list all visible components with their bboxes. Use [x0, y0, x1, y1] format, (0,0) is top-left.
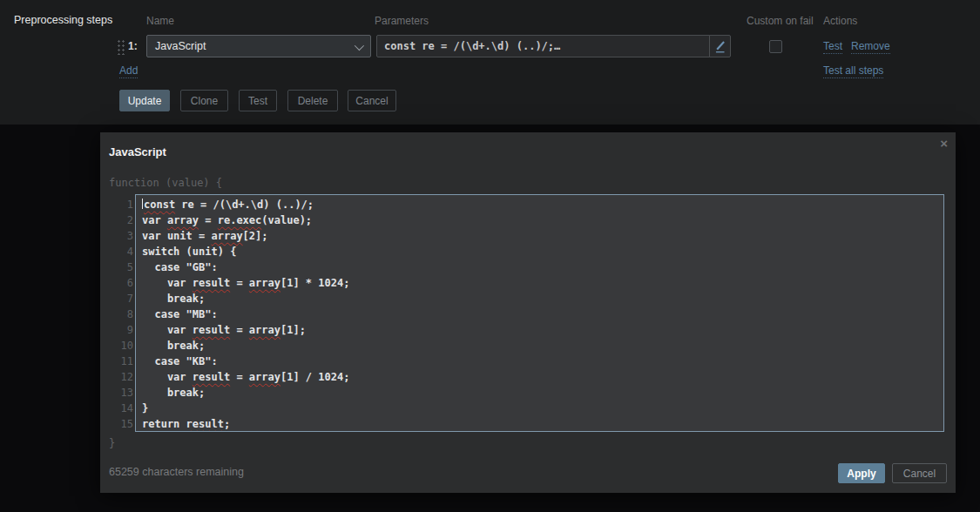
- code-line: switch (unit) {: [142, 244, 943, 259]
- code-line: var result = array[1] / 1024;: [142, 369, 943, 385]
- column-header-custom-on-fail: Custom on fail: [747, 15, 814, 27]
- code-line: }: [142, 401, 943, 416]
- action-test-link[interactable]: Test: [823, 40, 842, 54]
- misspelled-word: array: [167, 214, 199, 226]
- apply-button[interactable]: Apply: [838, 463, 885, 483]
- action-remove-link[interactable]: Remove: [851, 40, 890, 54]
- function-wrapper-close: }: [109, 437, 115, 449]
- column-header-parameters: Parameters: [375, 15, 429, 27]
- clone-button[interactable]: Clone: [180, 90, 228, 111]
- misspelled-word: array: [211, 230, 242, 242]
- column-header-name: Name: [146, 15, 174, 27]
- preprocessing-form: Preprocessing steps Name Parameters Cust…: [0, 0, 980, 125]
- misspelled-word: array: [249, 277, 280, 289]
- section-label: Preprocessing steps: [14, 14, 112, 26]
- update-button[interactable]: Update: [119, 90, 170, 111]
- misspelled-word: result: [193, 324, 230, 336]
- misspelled-word: result: [186, 418, 224, 430]
- javascript-editor-dialog: × JavaScript function (value) { 12345678…: [100, 132, 956, 493]
- misspelled-word: result: [193, 371, 230, 383]
- delete-button[interactable]: Delete: [287, 90, 338, 111]
- step-type-selected-value: JavaScript: [155, 40, 206, 52]
- test-all-steps-link[interactable]: Test all steps: [823, 64, 883, 78]
- code-line: break;: [142, 291, 943, 307]
- code-line: break;: [142, 338, 943, 354]
- edit-parameters-button[interactable]: [709, 35, 731, 57]
- close-icon[interactable]: ×: [940, 137, 948, 150]
- code-line: case "GB":: [142, 259, 943, 275]
- code-line: break;: [142, 385, 943, 401]
- line-number-gutter: 123456789101112131415: [107, 197, 133, 432]
- drag-handle-icon[interactable]: [117, 39, 125, 55]
- test-button[interactable]: Test: [239, 90, 277, 111]
- function-wrapper-open: function (value) {: [109, 177, 222, 189]
- parameters-input[interactable]: const re = /(\d+.\d) (..)/;…: [376, 35, 710, 57]
- misspelled-word: result: [193, 277, 230, 289]
- cancel-button[interactable]: Cancel: [348, 90, 396, 111]
- code-line: var array = re.exec(value);: [142, 212, 943, 228]
- code-line: const re = /(\d+.\d) (..)/;: [142, 197, 943, 212]
- code-line: case "MB":: [142, 307, 943, 322]
- misspelled-word: array: [249, 324, 280, 336]
- custom-on-fail-checkbox[interactable]: [769, 40, 782, 53]
- code-line: var unit = array[2];: [142, 228, 943, 244]
- misspelled-word: re.exec: [218, 214, 262, 226]
- chevron-down-icon: [355, 44, 362, 51]
- code-line: var result = array[1];: [142, 322, 943, 338]
- step-type-select[interactable]: JavaScript: [146, 35, 371, 57]
- misspelled-word: array: [249, 371, 280, 383]
- code-line: return result;: [142, 416, 943, 432]
- step-index-label: 1:: [128, 40, 138, 52]
- dialog-cancel-button[interactable]: Cancel: [892, 463, 947, 483]
- code-editor[interactable]: const re = /(\d+.\d) (..)/;var array = r…: [135, 194, 944, 432]
- code-line: case "KB":: [142, 354, 943, 369]
- dialog-title: JavaScript: [109, 145, 166, 158]
- add-step-link[interactable]: Add: [119, 64, 138, 78]
- column-header-actions: Actions: [823, 15, 857, 27]
- pencil-icon: [713, 40, 727, 53]
- misspelled-word: const: [144, 199, 175, 211]
- code-line: var result = array[1] * 1024;: [142, 275, 943, 291]
- characters-remaining-label: 65259 characters remaining: [109, 466, 244, 478]
